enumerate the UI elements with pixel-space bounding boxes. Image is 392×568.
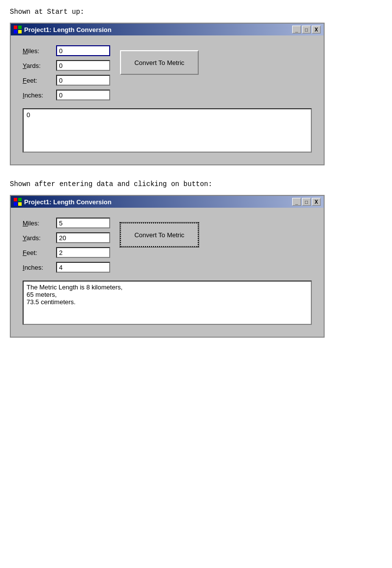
inches-input-1[interactable] (56, 90, 110, 100)
titlebar-left-2: Project1: Length Conversion (14, 198, 112, 206)
yards-input-2[interactable] (56, 232, 110, 243)
form-area-2: Miles: Yards: Feet: Inches: Convert To M… (23, 218, 312, 273)
titlebar-2: Project1: Length Conversion _ □ X (11, 196, 324, 208)
yards-row-2: Yards: (23, 232, 110, 243)
window-startup: Project1: Length Conversion _ □ X Miles:… (10, 23, 325, 165)
yards-row-1: Yards: (23, 60, 110, 71)
output-area-2: The Metric Length is 8 kilometers, 65 me… (23, 281, 312, 325)
minimize-button-2[interactable]: _ (292, 198, 301, 206)
window-title-1: Project1: Length Conversion (24, 26, 112, 33)
form-area-1: Miles: Yards: Feet: Inches: Convert To M… (23, 45, 312, 100)
inches-input-2[interactable] (56, 262, 110, 273)
titlebar-controls-1[interactable]: _ □ X (292, 26, 321, 33)
window-after: Project1: Length Conversion _ □ X Miles:… (10, 195, 325, 338)
svg-rect-1 (18, 26, 22, 29)
minimize-button-1[interactable]: _ (292, 26, 301, 33)
inches-row-1: Inches: (23, 90, 110, 100)
inches-label-1: Inches: (23, 92, 52, 99)
titlebar-1: Project1: Length Conversion _ □ X (11, 24, 324, 35)
miles-input-2[interactable] (56, 218, 110, 228)
after-label: Shown after entering data and clicking o… (10, 180, 382, 188)
app-icon-2 (14, 198, 22, 206)
maximize-button-2[interactable]: □ (302, 198, 311, 206)
maximize-button-1[interactable]: □ (302, 26, 311, 33)
window-body-1: Miles: Yards: Feet: Inches: Convert To M… (11, 35, 324, 164)
startup-label: Shown at Start up: (10, 8, 382, 16)
feet-label-2: Feet: (23, 249, 52, 256)
close-button-1[interactable]: X (312, 26, 321, 33)
svg-rect-4 (14, 198, 17, 201)
btn-col-2: Convert To Metric (120, 218, 199, 247)
fields-col-2: Miles: Yards: Feet: Inches: (23, 218, 110, 273)
yards-label-1: Yards: (23, 62, 52, 69)
feet-label-1: Feet: (23, 77, 52, 84)
output-box-2: The Metric Length is 8 kilometers, 65 me… (23, 281, 312, 325)
convert-button-2[interactable]: Convert To Metric (120, 222, 199, 247)
svg-rect-2 (14, 30, 17, 33)
miles-row-2: Miles: (23, 218, 110, 228)
close-button-2[interactable]: X (312, 198, 321, 206)
yards-label-2: Yards: (23, 234, 52, 242)
feet-input-2[interactable] (56, 247, 110, 258)
fields-col-1: Miles: Yards: Feet: Inches: (23, 45, 110, 100)
output-box-1: 0 (23, 108, 312, 153)
svg-rect-7 (18, 202, 22, 206)
miles-label-1: Miles: (23, 47, 52, 55)
inches-label-2: Inches: (23, 264, 52, 271)
feet-row-2: Feet: (23, 247, 110, 258)
miles-label-2: Miles: (23, 220, 52, 227)
window-body-2: Miles: Yards: Feet: Inches: Convert To M… (11, 208, 324, 337)
titlebar-controls-2[interactable]: _ □ X (292, 198, 321, 206)
svg-rect-5 (18, 198, 22, 201)
miles-input-1[interactable] (56, 45, 110, 56)
app-icon-1 (14, 26, 22, 33)
svg-rect-0 (14, 26, 17, 29)
feet-input-1[interactable] (56, 75, 110, 86)
convert-button-1[interactable]: Convert To Metric (120, 50, 199, 75)
yards-input-1[interactable] (56, 60, 110, 71)
svg-rect-6 (14, 202, 17, 206)
inches-row-2: Inches: (23, 262, 110, 273)
btn-col-1: Convert To Metric (120, 45, 199, 75)
window-title-2: Project1: Length Conversion (24, 198, 112, 206)
output-area-1: 0 (23, 108, 312, 153)
titlebar-left-1: Project1: Length Conversion (14, 26, 112, 33)
feet-row-1: Feet: (23, 75, 110, 86)
svg-rect-3 (18, 30, 22, 33)
miles-row-1: Miles: (23, 45, 110, 56)
